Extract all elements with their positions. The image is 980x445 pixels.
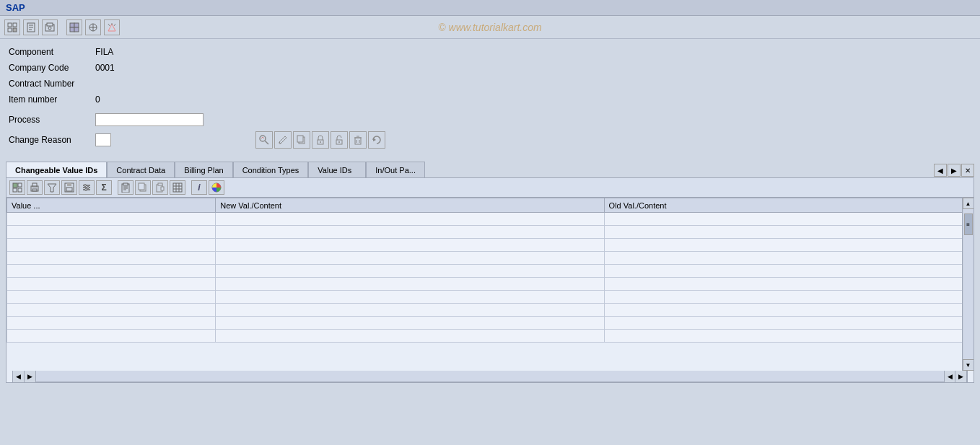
svg-rect-38 — [18, 183, 22, 187]
table-icon-paste[interactable] — [152, 180, 168, 195]
svg-rect-12 — [74, 23, 79, 27]
tab-changeable-value-ids[interactable]: Changeable Value IDs — [6, 162, 107, 177]
change-reason-label: Change Reason — [9, 135, 95, 145]
toolbar-icon-1[interactable] — [4, 19, 20, 35]
process-label: Process — [9, 115, 95, 125]
action-lock-icon[interactable] — [312, 131, 329, 149]
svg-rect-62 — [158, 183, 162, 185]
table-icon-filter[interactable] — [44, 180, 60, 195]
table-icon-grid[interactable] — [170, 180, 185, 195]
item-number-row: Item number 0 — [9, 92, 971, 107]
watermark: © www.tutorialkart.com — [438, 22, 541, 33]
action-unlock-icon[interactable] — [331, 131, 348, 149]
table-row — [7, 330, 974, 343]
svg-rect-55 — [123, 183, 128, 185]
table-row — [7, 265, 974, 278]
table-row — [7, 317, 974, 330]
component-label: Component — [9, 47, 95, 57]
col-header-old-val: Old Val./Content — [604, 198, 973, 213]
contract-number-label: Contract Number — [9, 79, 95, 89]
process-row: Process — [9, 113, 971, 127]
table-row — [7, 226, 974, 239]
component-value: FILA — [95, 47, 113, 57]
svg-rect-31 — [355, 138, 361, 144]
table-row — [7, 239, 974, 252]
company-code-value: 0001 — [95, 63, 115, 73]
main-toolbar: © www.tutorialkart.com — [0, 16, 980, 39]
svg-rect-40 — [18, 188, 22, 192]
tab-contract-data[interactable]: Contract Data — [107, 162, 175, 177]
title-bar: SAP — [0, 0, 980, 16]
svg-point-30 — [338, 141, 340, 143]
col-header-value: Value ... — [7, 198, 216, 213]
svg-rect-43 — [32, 189, 37, 191]
toolbar-icon-6[interactable] — [104, 19, 120, 35]
svg-point-52 — [87, 187, 89, 189]
action-delete-icon[interactable] — [349, 131, 367, 149]
svg-rect-3 — [13, 28, 17, 32]
tab-billing-plan[interactable]: Billing Plan — [175, 162, 232, 177]
toolbar-icon-3[interactable] — [42, 19, 58, 35]
tab-value-ids[interactable]: Value IDs — [308, 162, 366, 177]
table-icon-info[interactable]: i — [191, 180, 207, 195]
tab-nav-prev[interactable]: ◀ — [934, 164, 947, 177]
tab-nav-close[interactable]: ✕ — [961, 164, 974, 177]
action-icons-bar — [255, 131, 385, 149]
process-input[interactable] — [95, 113, 204, 126]
svg-rect-60 — [139, 183, 144, 190]
table-row — [7, 278, 974, 291]
svg-marker-44 — [48, 184, 56, 192]
scroll-down-btn[interactable]: ▼ — [963, 359, 974, 371]
svg-rect-26 — [297, 136, 303, 142]
svg-rect-0 — [8, 23, 12, 27]
component-row: Component FILA — [9, 45, 971, 59]
scroll-left-btn[interactable]: ◀ — [13, 371, 25, 382]
tab-container: Changeable Value IDs Contract Data Billi… — [6, 162, 974, 177]
vertical-scrollbar[interactable]: ▲ ▼ ≡ — [962, 198, 974, 371]
company-code-row: Company Code 0001 — [9, 61, 971, 75]
tab-nav-area: ◀ ▶ ✕ — [934, 164, 974, 177]
table-icon-settings[interactable] — [79, 180, 95, 195]
action-search-icon[interactable] — [255, 131, 273, 149]
change-reason-input[interactable] — [95, 133, 111, 146]
table-icon-chart[interactable] — [209, 180, 224, 195]
bottom-scrollbar: ◀ ▶ ◀ ▶ — [12, 371, 968, 382]
table-icon-copy2[interactable] — [135, 180, 151, 195]
scroll-end-left[interactable]: ◀ — [944, 371, 955, 382]
svg-rect-9 — [47, 23, 53, 26]
svg-rect-46 — [67, 183, 71, 186]
item-number-value: 0 — [95, 94, 100, 105]
svg-rect-2 — [8, 28, 12, 32]
change-reason-row: Change Reason — [9, 128, 971, 151]
table-icon-select[interactable] — [9, 180, 25, 195]
scroll-up-btn[interactable]: ▲ — [963, 198, 974, 209]
svg-point-10 — [48, 27, 51, 30]
table-icon-print[interactable] — [27, 180, 43, 195]
svg-line-18 — [108, 24, 110, 26]
toolbar-icon-2[interactable] — [23, 19, 39, 35]
svg-rect-39 — [13, 188, 17, 192]
table-icon-sum[interactable]: Σ — [96, 180, 112, 195]
svg-line-22 — [265, 141, 268, 144]
table-body — [7, 213, 974, 343]
table-icon-save[interactable] — [61, 180, 77, 195]
svg-marker-36 — [373, 138, 376, 141]
action-copy-icon[interactable] — [293, 131, 310, 149]
svg-rect-37 — [13, 183, 17, 188]
contract-number-row: Contract Number — [9, 76, 971, 91]
toolbar-icon-4[interactable] — [66, 19, 82, 35]
table-toolbar: Σ i — [6, 178, 974, 198]
table-icon-clipboard[interactable] — [118, 180, 134, 195]
col-header-new-val: New Val./Content — [216, 198, 604, 213]
scroll-track-h[interactable] — [36, 371, 944, 382]
scroll-right-btn[interactable]: ▶ — [25, 371, 36, 382]
action-edit-icon[interactable] — [274, 131, 292, 149]
svg-rect-47 — [66, 188, 72, 191]
action-undo-icon[interactable] — [368, 131, 385, 149]
tab-condition-types[interactable]: Condition Types — [233, 162, 309, 177]
scroll-thumb-v[interactable]: ≡ — [964, 213, 973, 235]
toolbar-icon-5[interactable] — [85, 19, 101, 35]
tab-nav-next[interactable]: ▶ — [948, 164, 961, 177]
scroll-end-right[interactable]: ▶ — [955, 371, 967, 382]
tab-inout-pa[interactable]: In/Out Pa... — [366, 162, 425, 177]
